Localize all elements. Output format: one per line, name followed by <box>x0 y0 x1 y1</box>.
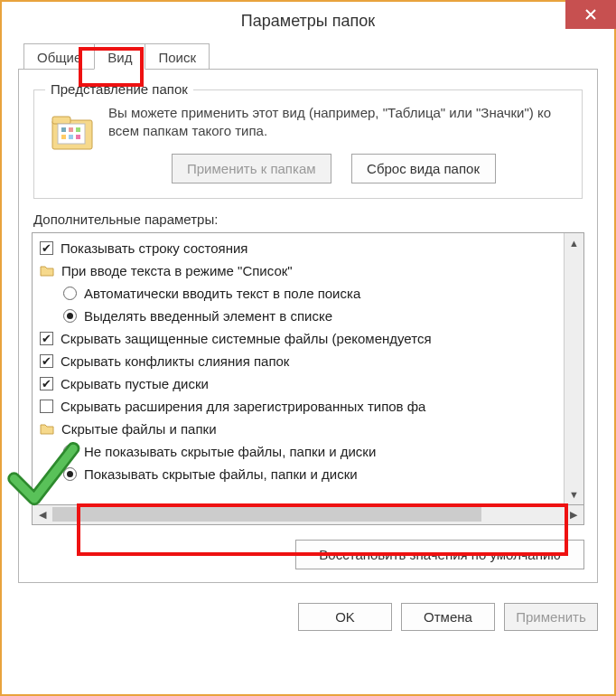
tab-general[interactable]: Общие <box>23 43 95 70</box>
radio-icon[interactable] <box>63 467 77 481</box>
list-item: При вводе текста в режиме "Список" <box>40 259 562 282</box>
scroll-track[interactable] <box>52 505 564 524</box>
titlebar: Параметры папок <box>2 2 614 40</box>
scroll-left-icon[interactable]: ◀ <box>33 505 52 525</box>
svg-rect-8 <box>76 135 80 139</box>
checkbox-icon[interactable]: ✔ <box>40 332 53 345</box>
close-icon <box>584 8 597 21</box>
tab-view[interactable]: Вид <box>94 43 145 70</box>
tab-bar: Общие Вид Поиск <box>23 43 614 70</box>
item-label: Выделять введенный элемент в списке <box>84 308 332 324</box>
folder-icon <box>40 264 54 277</box>
cancel-button[interactable]: Отмена <box>401 603 495 631</box>
scroll-right-icon[interactable]: ▶ <box>564 505 583 525</box>
ok-button[interactable]: OK <box>298 603 392 631</box>
item-label: Автоматически вводить текст в поле поиск… <box>84 286 360 301</box>
window-title: Параметры папок <box>241 12 375 31</box>
radio-icon[interactable] <box>63 445 77 458</box>
restore-defaults-button[interactable]: Восстановить значения по умолчанию <box>295 540 584 569</box>
svg-rect-7 <box>69 135 73 139</box>
item-label: Не показывать скрытые файлы, папки и дис… <box>84 444 376 459</box>
list-item[interactable]: ✔ Показывать строку состояния <box>40 237 562 259</box>
scroll-track[interactable] <box>565 253 583 484</box>
folder-options-window: Параметры папок Общие Вид Поиск Представ… <box>0 0 616 696</box>
checkbox-icon[interactable]: ✔ <box>40 377 53 390</box>
close-button[interactable] <box>565 0 616 29</box>
tab-search[interactable]: Поиск <box>145 43 210 70</box>
folder-icon <box>49 108 96 155</box>
list-item[interactable]: ✔ Скрывать защищенные системные файлы (р… <box>40 327 562 350</box>
list-item[interactable]: Выделять введенный элемент в списке <box>40 305 562 327</box>
item-label: Скрывать расширения для зарегистрированн… <box>61 399 425 414</box>
checkbox-icon[interactable] <box>40 400 53 413</box>
checkbox-icon[interactable]: ✔ <box>40 241 53 255</box>
item-label: Скрывать защищенные системные файлы (рек… <box>61 331 432 346</box>
item-label: Скрывать конфликты слияния папок <box>61 353 289 369</box>
vertical-scrollbar[interactable]: ▲ ▼ <box>564 233 583 504</box>
svg-rect-5 <box>76 127 80 132</box>
item-label: Показывать скрытые файлы, папки и диски <box>84 466 358 482</box>
list-item[interactable]: Скрывать расширения для зарегистрированн… <box>40 395 562 418</box>
svg-rect-3 <box>61 127 66 132</box>
item-label: Показывать строку состояния <box>61 240 247 256</box>
dialog-button-row: OK Отмена Применить <box>2 592 614 631</box>
item-label: При вводе текста в режиме "Список" <box>61 263 293 278</box>
folder-icon <box>40 422 54 435</box>
list-item[interactable]: ✔ Скрывать пустые диски <box>40 372 562 395</box>
item-label: Скрытые файлы и папки <box>61 421 217 437</box>
scroll-thumb[interactable] <box>52 507 481 522</box>
svg-rect-6 <box>61 135 66 139</box>
svg-rect-2 <box>58 124 85 144</box>
list-item[interactable]: ✔ Скрывать конфликты слияния папок <box>40 350 562 372</box>
content-panel: Представление папок Вы можете применить … <box>18 69 598 583</box>
list-item[interactable]: Автоматически вводить текст в поле поиск… <box>40 282 562 305</box>
group-text: Вы можете применить этот вид (например, … <box>108 104 571 141</box>
svg-rect-1 <box>52 117 70 124</box>
advanced-label: Дополнительные параметры: <box>33 212 583 227</box>
radio-icon[interactable] <box>63 309 77 323</box>
list-item[interactable]: Показывать скрытые файлы, папки и диски <box>40 463 562 485</box>
apply-to-folders-button: Применить к папкам <box>172 154 331 183</box>
advanced-settings-list: ✔ Показывать строку состояния При вводе … <box>32 232 584 505</box>
checkbox-icon[interactable]: ✔ <box>40 354 53 368</box>
svg-rect-4 <box>69 127 73 132</box>
item-label: Скрывать пустые диски <box>61 376 209 391</box>
radio-icon[interactable] <box>63 287 77 300</box>
list-item[interactable]: Не показывать скрытые файлы, папки и дис… <box>40 440 562 463</box>
scroll-up-icon[interactable]: ▲ <box>565 233 583 253</box>
list-inner[interactable]: ✔ Показывать строку состояния При вводе … <box>33 233 564 504</box>
scroll-down-icon[interactable]: ▼ <box>565 484 583 504</box>
apply-button: Применить <box>504 603 598 631</box>
list-item: Скрытые файлы и папки <box>40 418 562 440</box>
groupbox-title: Представление папок <box>45 81 193 97</box>
reset-folders-button[interactable]: Сброс вида папок <box>351 154 496 183</box>
horizontal-scrollbar[interactable]: ◀ ▶ <box>33 504 583 524</box>
folder-view-groupbox: Представление папок Вы можете применить … <box>33 89 583 199</box>
